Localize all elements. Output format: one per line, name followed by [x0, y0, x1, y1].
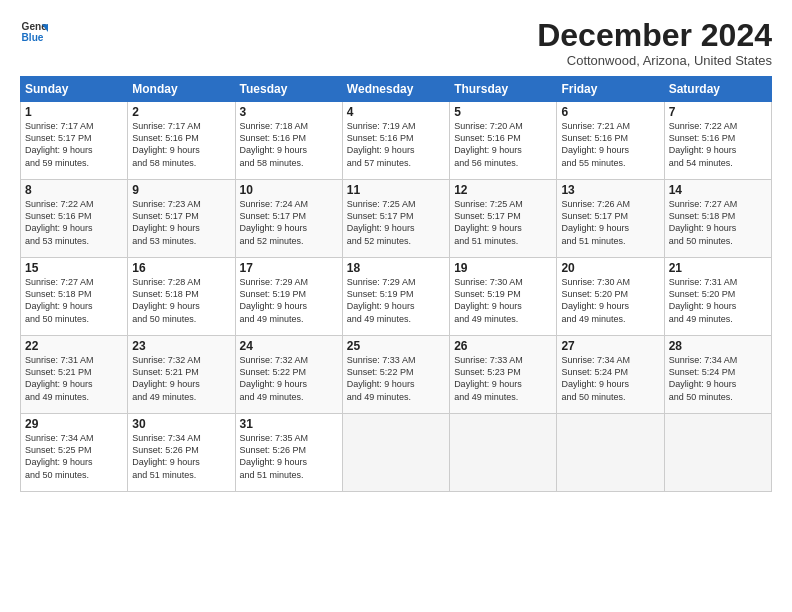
- col-friday: Friday: [557, 77, 664, 102]
- day-number: 4: [347, 105, 445, 119]
- week-row-4: 22Sunrise: 7:31 AM Sunset: 5:21 PM Dayli…: [21, 336, 772, 414]
- day-info: Sunrise: 7:29 AM Sunset: 5:19 PM Dayligh…: [347, 276, 445, 325]
- day-info: Sunrise: 7:31 AM Sunset: 5:20 PM Dayligh…: [669, 276, 767, 325]
- week-row-2: 8Sunrise: 7:22 AM Sunset: 5:16 PM Daylig…: [21, 180, 772, 258]
- day-info: Sunrise: 7:28 AM Sunset: 5:18 PM Dayligh…: [132, 276, 230, 325]
- cell-3-6: 28Sunrise: 7:34 AM Sunset: 5:24 PM Dayli…: [664, 336, 771, 414]
- cell-4-2: 31Sunrise: 7:35 AM Sunset: 5:26 PM Dayli…: [235, 414, 342, 492]
- day-number: 22: [25, 339, 123, 353]
- cell-0-3: 4Sunrise: 7:19 AM Sunset: 5:16 PM Daylig…: [342, 102, 449, 180]
- header: General Blue December 2024 Cottonwood, A…: [20, 18, 772, 68]
- day-number: 12: [454, 183, 552, 197]
- header-row: Sunday Monday Tuesday Wednesday Thursday…: [21, 77, 772, 102]
- cell-4-0: 29Sunrise: 7:34 AM Sunset: 5:25 PM Dayli…: [21, 414, 128, 492]
- day-info: Sunrise: 7:22 AM Sunset: 5:16 PM Dayligh…: [669, 120, 767, 169]
- day-number: 27: [561, 339, 659, 353]
- day-number: 3: [240, 105, 338, 119]
- cell-3-1: 23Sunrise: 7:32 AM Sunset: 5:21 PM Dayli…: [128, 336, 235, 414]
- cell-0-5: 6Sunrise: 7:21 AM Sunset: 5:16 PM Daylig…: [557, 102, 664, 180]
- cell-1-2: 10Sunrise: 7:24 AM Sunset: 5:17 PM Dayli…: [235, 180, 342, 258]
- day-info: Sunrise: 7:30 AM Sunset: 5:20 PM Dayligh…: [561, 276, 659, 325]
- day-info: Sunrise: 7:31 AM Sunset: 5:21 PM Dayligh…: [25, 354, 123, 403]
- svg-text:Blue: Blue: [22, 32, 44, 43]
- week-row-1: 1Sunrise: 7:17 AM Sunset: 5:17 PM Daylig…: [21, 102, 772, 180]
- cell-2-0: 15Sunrise: 7:27 AM Sunset: 5:18 PM Dayli…: [21, 258, 128, 336]
- cell-0-2: 3Sunrise: 7:18 AM Sunset: 5:16 PM Daylig…: [235, 102, 342, 180]
- cell-4-5: [557, 414, 664, 492]
- day-number: 30: [132, 417, 230, 431]
- cell-1-4: 12Sunrise: 7:25 AM Sunset: 5:17 PM Dayli…: [450, 180, 557, 258]
- cell-3-0: 22Sunrise: 7:31 AM Sunset: 5:21 PM Dayli…: [21, 336, 128, 414]
- cell-3-5: 27Sunrise: 7:34 AM Sunset: 5:24 PM Dayli…: [557, 336, 664, 414]
- day-number: 6: [561, 105, 659, 119]
- day-number: 24: [240, 339, 338, 353]
- day-info: Sunrise: 7:33 AM Sunset: 5:22 PM Dayligh…: [347, 354, 445, 403]
- cell-2-4: 19Sunrise: 7:30 AM Sunset: 5:19 PM Dayli…: [450, 258, 557, 336]
- day-info: Sunrise: 7:23 AM Sunset: 5:17 PM Dayligh…: [132, 198, 230, 247]
- cell-0-0: 1Sunrise: 7:17 AM Sunset: 5:17 PM Daylig…: [21, 102, 128, 180]
- month-title: December 2024: [537, 18, 772, 53]
- col-monday: Monday: [128, 77, 235, 102]
- page: General Blue December 2024 Cottonwood, A…: [0, 0, 792, 502]
- cell-1-0: 8Sunrise: 7:22 AM Sunset: 5:16 PM Daylig…: [21, 180, 128, 258]
- day-number: 11: [347, 183, 445, 197]
- day-number: 14: [669, 183, 767, 197]
- day-number: 19: [454, 261, 552, 275]
- day-number: 8: [25, 183, 123, 197]
- day-number: 10: [240, 183, 338, 197]
- calendar-table: Sunday Monday Tuesday Wednesday Thursday…: [20, 76, 772, 492]
- day-info: Sunrise: 7:34 AM Sunset: 5:24 PM Dayligh…: [669, 354, 767, 403]
- day-number: 23: [132, 339, 230, 353]
- day-number: 5: [454, 105, 552, 119]
- day-info: Sunrise: 7:27 AM Sunset: 5:18 PM Dayligh…: [25, 276, 123, 325]
- cell-1-3: 11Sunrise: 7:25 AM Sunset: 5:17 PM Dayli…: [342, 180, 449, 258]
- cell-4-3: [342, 414, 449, 492]
- cell-4-1: 30Sunrise: 7:34 AM Sunset: 5:26 PM Dayli…: [128, 414, 235, 492]
- day-info: Sunrise: 7:20 AM Sunset: 5:16 PM Dayligh…: [454, 120, 552, 169]
- cell-3-2: 24Sunrise: 7:32 AM Sunset: 5:22 PM Dayli…: [235, 336, 342, 414]
- day-number: 16: [132, 261, 230, 275]
- day-info: Sunrise: 7:24 AM Sunset: 5:17 PM Dayligh…: [240, 198, 338, 247]
- col-tuesday: Tuesday: [235, 77, 342, 102]
- cell-2-3: 18Sunrise: 7:29 AM Sunset: 5:19 PM Dayli…: [342, 258, 449, 336]
- day-info: Sunrise: 7:33 AM Sunset: 5:23 PM Dayligh…: [454, 354, 552, 403]
- day-number: 31: [240, 417, 338, 431]
- day-number: 15: [25, 261, 123, 275]
- subtitle: Cottonwood, Arizona, United States: [537, 53, 772, 68]
- logo-icon: General Blue: [20, 18, 48, 46]
- col-sunday: Sunday: [21, 77, 128, 102]
- cell-3-3: 25Sunrise: 7:33 AM Sunset: 5:22 PM Dayli…: [342, 336, 449, 414]
- day-info: Sunrise: 7:18 AM Sunset: 5:16 PM Dayligh…: [240, 120, 338, 169]
- week-row-5: 29Sunrise: 7:34 AM Sunset: 5:25 PM Dayli…: [21, 414, 772, 492]
- week-row-3: 15Sunrise: 7:27 AM Sunset: 5:18 PM Dayli…: [21, 258, 772, 336]
- cell-0-4: 5Sunrise: 7:20 AM Sunset: 5:16 PM Daylig…: [450, 102, 557, 180]
- day-number: 20: [561, 261, 659, 275]
- day-number: 18: [347, 261, 445, 275]
- day-number: 2: [132, 105, 230, 119]
- cell-0-6: 7Sunrise: 7:22 AM Sunset: 5:16 PM Daylig…: [664, 102, 771, 180]
- day-info: Sunrise: 7:32 AM Sunset: 5:22 PM Dayligh…: [240, 354, 338, 403]
- day-info: Sunrise: 7:34 AM Sunset: 5:25 PM Dayligh…: [25, 432, 123, 481]
- day-info: Sunrise: 7:22 AM Sunset: 5:16 PM Dayligh…: [25, 198, 123, 247]
- cell-2-2: 17Sunrise: 7:29 AM Sunset: 5:19 PM Dayli…: [235, 258, 342, 336]
- day-info: Sunrise: 7:17 AM Sunset: 5:16 PM Dayligh…: [132, 120, 230, 169]
- cell-0-1: 2Sunrise: 7:17 AM Sunset: 5:16 PM Daylig…: [128, 102, 235, 180]
- col-thursday: Thursday: [450, 77, 557, 102]
- day-info: Sunrise: 7:27 AM Sunset: 5:18 PM Dayligh…: [669, 198, 767, 247]
- day-info: Sunrise: 7:26 AM Sunset: 5:17 PM Dayligh…: [561, 198, 659, 247]
- day-number: 9: [132, 183, 230, 197]
- cell-2-1: 16Sunrise: 7:28 AM Sunset: 5:18 PM Dayli…: [128, 258, 235, 336]
- day-info: Sunrise: 7:34 AM Sunset: 5:26 PM Dayligh…: [132, 432, 230, 481]
- day-info: Sunrise: 7:34 AM Sunset: 5:24 PM Dayligh…: [561, 354, 659, 403]
- cell-1-1: 9Sunrise: 7:23 AM Sunset: 5:17 PM Daylig…: [128, 180, 235, 258]
- cell-2-6: 21Sunrise: 7:31 AM Sunset: 5:20 PM Dayli…: [664, 258, 771, 336]
- day-info: Sunrise: 7:25 AM Sunset: 5:17 PM Dayligh…: [347, 198, 445, 247]
- day-number: 17: [240, 261, 338, 275]
- day-number: 21: [669, 261, 767, 275]
- day-number: 13: [561, 183, 659, 197]
- cell-4-4: [450, 414, 557, 492]
- day-number: 1: [25, 105, 123, 119]
- day-number: 26: [454, 339, 552, 353]
- day-number: 28: [669, 339, 767, 353]
- day-number: 25: [347, 339, 445, 353]
